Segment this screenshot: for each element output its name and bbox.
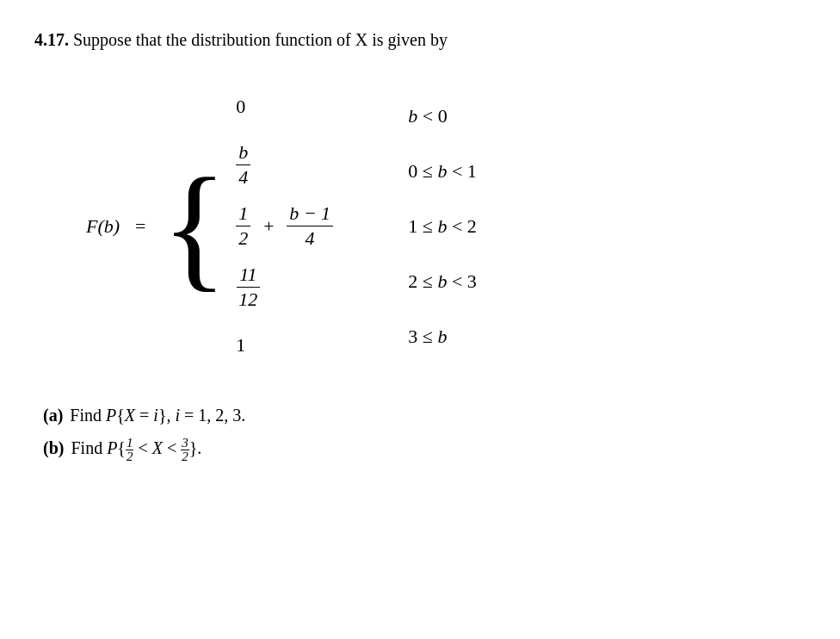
intro-text: Suppose that the distribution function o… — [73, 26, 448, 53]
case-value-1: 0 — [236, 96, 339, 118]
frac-1-2-small: 12 — [126, 437, 134, 463]
condition-4: 2 ≤ b < 3 — [408, 270, 477, 293]
cases-values: 0 b 4 — [236, 79, 339, 373]
condition-row-4: 2 ≤ b < 3 — [374, 261, 477, 302]
big-brace: { — [162, 79, 228, 373]
part-a-label: (a) — [43, 399, 63, 431]
fraction-11-over-12: 11 12 — [236, 264, 260, 311]
part-b-label: (b) — [43, 431, 64, 464]
equals-sign: = — [135, 215, 145, 238]
problem-number: 4.17. — [34, 26, 69, 53]
condition-row-2: 0 ≤ b < 1 — [374, 151, 477, 192]
fraction-1-over-2: 1 2 — [236, 202, 250, 250]
cases-layout: 0 b 4 — [236, 79, 511, 373]
condition-5: 3 ≤ b — [408, 326, 447, 348]
formula-container: F(b) = { 0 b 4 — [86, 79, 806, 373]
case-value-5: 1 — [236, 334, 339, 357]
case-value-2: b 4 — [236, 141, 339, 189]
sub-questions: (a) Find P{X = i}, i = 1, 2, 3. (b) Find… — [34, 399, 806, 464]
brace-container: { 0 b 4 — [162, 79, 511, 373]
condition-2: 0 ≤ b < 1 — [408, 160, 477, 183]
condition-3: 1 ≤ b < 2 — [408, 215, 477, 238]
case-row-1: 0 — [236, 86, 339, 127]
condition-row-3: 1 ≤ b < 2 — [374, 206, 477, 247]
fraction-b-minus-1-over-4: b − 1 4 — [287, 202, 333, 250]
part-a: (a) Find P{X = i}, i = 1, 2, 3. — [43, 399, 806, 431]
case-row-2: b 4 — [236, 141, 339, 189]
problem-header: 4.17. Suppose that the distribution func… — [34, 26, 806, 53]
case-row-5: 1 — [236, 325, 339, 366]
condition-1: b < 0 — [408, 105, 447, 127]
case-row-3: 1 2 + b − 1 4 — [236, 202, 339, 250]
part-b: (b) Find P{12 < X < 32}. — [43, 431, 806, 464]
cases-conditions: b < 0 0 ≤ b < 1 1 ≤ b < 2 2 ≤ b < 3 — [374, 89, 477, 364]
part-a-text: Find P{X = i}, i = 1, 2, 3. — [70, 399, 245, 431]
condition-row-1: b < 0 — [374, 96, 477, 137]
fraction-b-over-4: b 4 — [236, 141, 250, 189]
condition-row-5: 3 ≤ b — [374, 316, 477, 357]
frac-3-2-small: 32 — [181, 437, 189, 463]
case-value-3: 1 2 + b − 1 4 — [236, 202, 339, 250]
case-value-4: 11 12 — [236, 264, 339, 311]
formula-label: F(b) — [86, 215, 120, 238]
part-b-text: Find P{12 < X < 32}. — [71, 431, 201, 464]
case-row-4: 11 12 — [236, 264, 339, 311]
